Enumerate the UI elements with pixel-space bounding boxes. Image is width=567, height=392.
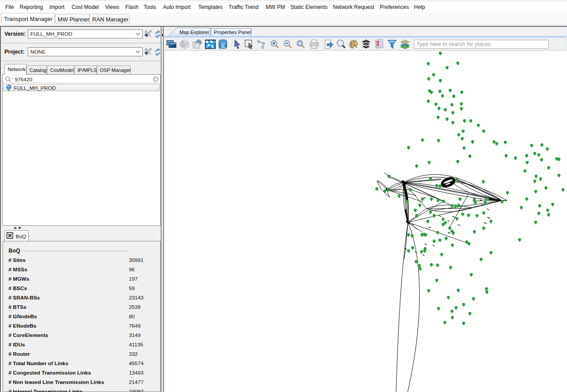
svg-text:g: g: [221, 41, 225, 49]
